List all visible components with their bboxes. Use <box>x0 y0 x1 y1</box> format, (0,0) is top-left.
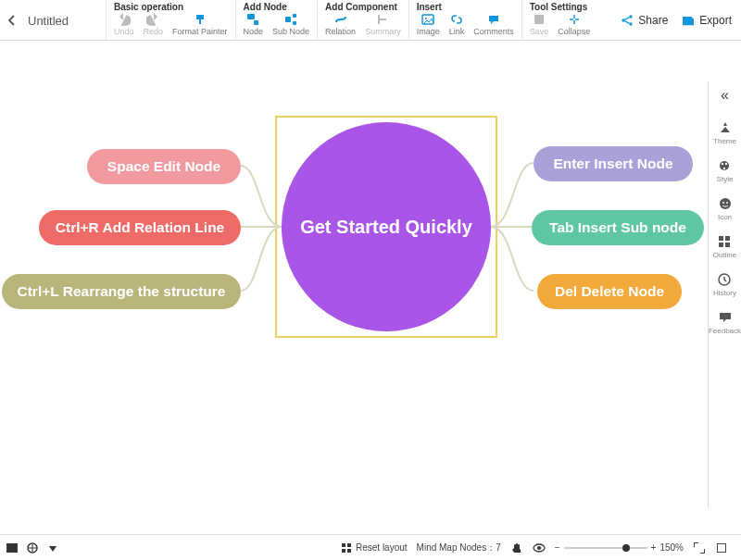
nav-outline[interactable]: Outline <box>713 234 736 259</box>
node-icon <box>246 13 259 26</box>
fit-screen-icon[interactable] <box>693 541 706 554</box>
svg-rect-23 <box>725 243 730 247</box>
svg-rect-25 <box>6 543 18 553</box>
svg-point-17 <box>720 198 731 209</box>
relation-button[interactable]: Relation <box>325 13 356 36</box>
eye-tool-icon[interactable] <box>533 541 546 554</box>
redo-button[interactable]: Redo <box>144 13 164 36</box>
node-enter-insert[interactable]: Enter Insert Node <box>534 146 693 181</box>
nav-icon[interactable]: Icon <box>718 196 733 221</box>
svg-rect-1 <box>199 19 201 24</box>
node-space-edit[interactable]: Space Edit Node <box>87 149 241 184</box>
node-count: Mind Map Nodes：7 <box>417 541 501 554</box>
feedback-icon <box>718 310 733 325</box>
view-mode-1-icon[interactable] <box>6 541 19 554</box>
style-icon <box>717 158 732 173</box>
mindmap-canvas[interactable]: Get Started Quickly Space Edit Node Ctrl… <box>0 41 708 534</box>
zoom-out-button[interactable]: − <box>555 542 560 553</box>
history-icon <box>717 272 732 287</box>
nav-style[interactable]: Style <box>717 158 734 183</box>
format-painter-icon <box>194 13 207 26</box>
svg-rect-6 <box>293 21 296 25</box>
nav-history[interactable]: History <box>713 272 736 297</box>
group-add-node: Add Node <box>244 2 310 12</box>
svg-point-19 <box>726 202 728 204</box>
document-title[interactable]: Untitled <box>24 0 106 41</box>
group-basic-operation: Basic operation <box>114 2 228 12</box>
group-insert: Insert <box>417 2 514 12</box>
insert-comments-button[interactable]: Comments <box>473 13 514 36</box>
collapse-icon <box>568 13 581 26</box>
svg-rect-3 <box>254 20 258 25</box>
panel-collapse-icon[interactable]: « <box>721 87 729 107</box>
add-node-button[interactable]: Node <box>244 13 264 36</box>
svg-rect-5 <box>293 14 296 18</box>
share-button[interactable]: Share <box>620 13 668 28</box>
undo-icon <box>118 13 131 26</box>
undo-button[interactable]: Undo <box>114 13 134 36</box>
add-sub-node-button[interactable]: Sub Node <box>272 13 309 36</box>
svg-point-16 <box>723 168 725 169</box>
svg-point-32 <box>537 546 541 550</box>
theme-icon <box>718 120 733 135</box>
svg-rect-29 <box>342 549 345 553</box>
nav-theme[interactable]: Theme <box>713 120 736 145</box>
node-rearrange[interactable]: Ctrl+L Rearrange the structure <box>2 274 241 309</box>
svg-point-15 <box>725 163 727 165</box>
svg-rect-27 <box>342 543 345 547</box>
svg-rect-21 <box>725 236 730 241</box>
zoom-control[interactable]: − + 150% <box>555 542 684 553</box>
group-tool-settings: Tool Settings <box>530 2 591 12</box>
svg-rect-22 <box>719 243 723 247</box>
node-tab-insert[interactable]: Tab Insert Sub node <box>532 210 704 245</box>
summary-button[interactable]: Summary <box>365 13 401 36</box>
fullscreen-icon[interactable] <box>715 541 728 554</box>
node-del-delete[interactable]: Del Delete Node <box>537 274 682 309</box>
hand-tool-icon[interactable] <box>510 541 523 554</box>
svg-rect-9 <box>534 15 544 24</box>
svg-rect-28 <box>347 543 351 547</box>
group-add-component: Add Component <box>325 2 401 12</box>
insert-link-button[interactable]: Link <box>449 13 465 36</box>
svg-rect-0 <box>196 15 204 19</box>
view-mode-3-icon[interactable] <box>46 541 59 554</box>
svg-point-8 <box>425 18 427 19</box>
relation-icon <box>334 13 347 26</box>
svg-point-18 <box>722 202 724 204</box>
save-button[interactable]: Save <box>530 13 549 36</box>
icon-icon <box>718 196 733 211</box>
outline-icon <box>717 234 732 249</box>
insert-image-button[interactable]: Image <box>417 13 440 36</box>
zoom-value: 150% <box>659 542 684 553</box>
reset-layout-button[interactable]: Reset layout <box>341 542 408 554</box>
grid-icon <box>341 542 352 554</box>
share-icon <box>620 13 634 28</box>
link-icon <box>450 13 463 26</box>
sub-node-icon <box>284 13 297 26</box>
svg-rect-2 <box>247 14 255 19</box>
export-icon <box>681 13 696 28</box>
image-icon <box>421 13 434 26</box>
zoom-slider[interactable] <box>564 547 647 549</box>
svg-point-14 <box>722 163 723 165</box>
redo-icon <box>146 13 159 26</box>
svg-rect-30 <box>347 549 351 553</box>
center-node[interactable]: Get Started Quickly <box>282 122 491 331</box>
back-button[interactable] <box>0 0 24 41</box>
svg-rect-4 <box>285 17 291 22</box>
collapse-button[interactable]: Collapse <box>558 13 590 36</box>
export-button[interactable]: Export <box>681 13 732 28</box>
format-painter-button[interactable]: Format Painter <box>172 13 228 36</box>
node-add-relation[interactable]: Ctrl+R Add Relation Line <box>39 210 241 245</box>
nav-feedback[interactable]: Feedback <box>709 310 741 335</box>
view-mode-2-icon[interactable] <box>26 541 39 554</box>
save-icon <box>533 13 546 26</box>
comments-icon <box>487 13 500 26</box>
svg-rect-20 <box>719 236 723 241</box>
zoom-in-button[interactable]: + <box>651 542 657 553</box>
summary-icon <box>376 13 389 26</box>
